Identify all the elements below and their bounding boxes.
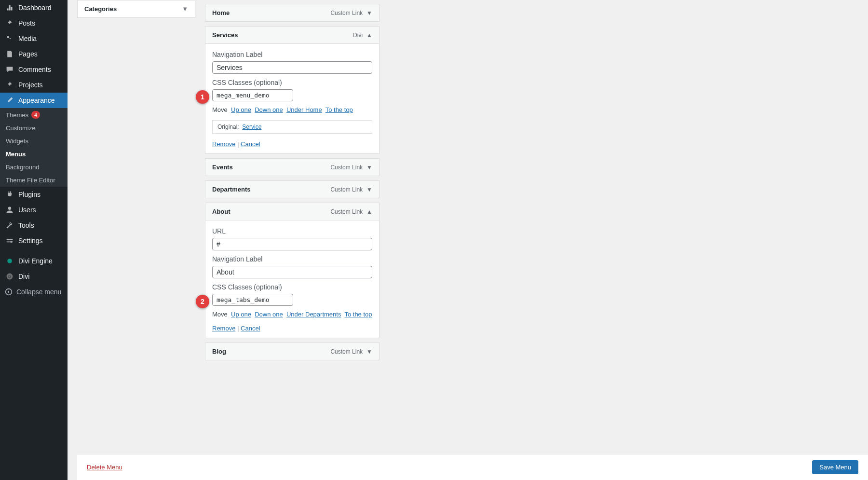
sidebar-sub-background[interactable]: Background (0, 161, 68, 174)
move-up-one-link[interactable]: Up one (231, 311, 251, 318)
css-classes-input[interactable] (212, 89, 293, 101)
sidebar-label: Divi (18, 273, 29, 280)
themes-badge: 4 (31, 111, 40, 119)
sidebar-item-plugins[interactable]: Plugins (0, 187, 68, 202)
original-link[interactable]: Service (242, 123, 261, 130)
cancel-link[interactable]: Cancel (241, 325, 260, 332)
sidebar-item-appearance[interactable]: Appearance (0, 93, 68, 108)
cancel-link[interactable]: Cancel (241, 140, 260, 148)
menu-item-header[interactable]: Home Custom Link ▼ (205, 4, 379, 21)
menu-item-title: Home (212, 9, 230, 16)
sidebar-item-media[interactable]: Media (0, 31, 68, 46)
url-input[interactable] (212, 238, 372, 250)
sidebar-label: Plugins (18, 191, 41, 198)
sidebar-item-settings[interactable]: Settings (0, 233, 68, 248)
categories-panel-title: Categories (84, 5, 117, 13)
nav-label-label: Navigation Label (212, 51, 372, 58)
content-area: Categories ▼ Home Custom Link ▼ (68, 0, 868, 480)
css-classes-input[interactable] (212, 294, 293, 306)
sidebar-item-posts[interactable]: Posts (0, 15, 68, 31)
menu-item-type: Divi ▲ (353, 32, 372, 39)
delete-menu-link[interactable]: Delete Menu (87, 464, 122, 471)
chevron-down-icon[interactable]: ▼ (182, 5, 188, 13)
menu-item-blog: Blog Custom Link ▼ (205, 343, 380, 360)
sidebar-label: Projects (18, 81, 43, 89)
wrench-icon (5, 221, 14, 229)
move-row: Move Up one Down one Under Departments T… (212, 311, 372, 318)
collapse-label: Collapse menu (16, 288, 61, 296)
categories-panel-header[interactable]: Categories ▼ (78, 0, 195, 17)
sidebar-item-pages[interactable]: Pages (0, 46, 68, 62)
annotation-1: 1 (196, 90, 209, 104)
sidebar-label: Comments (18, 66, 51, 73)
sidebar-item-users[interactable]: Users (0, 202, 68, 218)
menu-item-header[interactable]: Blog Custom Link ▼ (205, 343, 379, 360)
remove-link[interactable]: Remove (212, 140, 235, 148)
sidebar-label: Pages (18, 50, 38, 58)
sidebar-sub-widgets[interactable]: Widgets (0, 135, 68, 148)
chevron-down-icon[interactable]: ▼ (366, 186, 372, 193)
svg-point-3 (11, 241, 12, 243)
sidebar-item-projects[interactable]: Projects (0, 77, 68, 93)
chevron-up-icon[interactable]: ▲ (366, 208, 372, 215)
menu-item-services: Services Divi ▲ Navigation Label CSS Cla… (205, 26, 380, 154)
sidebar-item-divi-engine[interactable]: Divi Engine (0, 253, 68, 269)
svg-point-0 (7, 36, 9, 38)
remove-link[interactable]: Remove (212, 325, 235, 332)
chevron-down-icon[interactable]: ▼ (366, 10, 372, 16)
move-down-one-link[interactable]: Down one (255, 106, 283, 113)
chevron-down-icon[interactable]: ▼ (366, 164, 372, 171)
menu-item-title: About (212, 208, 231, 215)
svg-point-4 (7, 259, 12, 263)
sidebar-item-divi[interactable]: D Divi (0, 269, 68, 284)
sidebar-item-tools[interactable]: Tools (0, 218, 68, 233)
nav-label-input[interactable] (212, 266, 372, 278)
footer-bar: Delete Menu Save Menu (77, 454, 868, 480)
sidebar-sub-customize[interactable]: Customize (0, 122, 68, 135)
menu-item-body: URL Navigation Label CSS Classes (option… (205, 220, 379, 338)
menu-item-title: Services (212, 31, 238, 39)
sidebar-item-comments[interactable]: Comments (0, 62, 68, 77)
sidebar-appearance-submenu: Themes 4 Customize Widgets Menus Backgro… (0, 108, 68, 187)
svg-text:D: D (8, 274, 11, 279)
menu-item-header[interactable]: Events Custom Link ▼ (205, 159, 379, 176)
move-to-top-link[interactable]: To the top (344, 311, 372, 318)
move-under-link[interactable]: Under Departments (286, 311, 341, 318)
menu-item-type: Custom Link ▼ (330, 10, 372, 16)
collapse-icon (5, 288, 13, 296)
sidebar-sub-themes[interactable]: Themes 4 (0, 108, 68, 122)
menu-item-type: Custom Link ▼ (330, 348, 372, 355)
media-icon (5, 35, 14, 42)
original-box: Original: Service (212, 120, 372, 134)
categories-panel: Categories ▼ (77, 0, 195, 18)
sidebar-sub-label: Themes (6, 111, 28, 119)
comment-icon (5, 66, 14, 73)
menu-item-title: Departments (212, 186, 250, 193)
menu-item-header[interactable]: Departments Custom Link ▼ (205, 181, 379, 198)
sidebar-label: Divi Engine (18, 257, 53, 265)
move-down-one-link[interactable]: Down one (255, 311, 283, 318)
chevron-down-icon[interactable]: ▼ (366, 348, 372, 355)
sidebar-sub-menus[interactable]: Menus (0, 148, 68, 161)
pin-icon (5, 81, 14, 89)
menu-item-events: Events Custom Link ▼ (205, 158, 380, 176)
move-under-link[interactable]: Under Home (286, 106, 322, 113)
collapse-menu-button[interactable]: Collapse menu (0, 284, 68, 300)
user-icon (5, 206, 14, 214)
save-menu-button[interactable]: Save Menu (812, 460, 858, 474)
move-to-top-link[interactable]: To the top (326, 106, 353, 113)
menu-item-home: Home Custom Link ▼ (205, 4, 380, 22)
nav-label-input[interactable] (212, 61, 372, 74)
sidebar-item-dashboard[interactable]: Dashboard (0, 0, 68, 15)
brush-icon (5, 96, 14, 104)
sidebar-label: Tools (18, 221, 34, 229)
move-up-one-link[interactable]: Up one (231, 106, 251, 113)
menu-item-type: Custom Link ▼ (330, 164, 372, 171)
menu-item-header[interactable]: Services Divi ▲ (205, 27, 379, 43)
sidebar-sub-theme-file-editor[interactable]: Theme File Editor (0, 174, 68, 187)
menu-item-header[interactable]: About Custom Link ▲ (205, 203, 379, 220)
sidebar-label: Users (18, 206, 36, 214)
sidebar-label: Posts (18, 19, 35, 27)
chevron-up-icon[interactable]: ▲ (366, 32, 372, 39)
menu-item-body: Navigation Label CSS Classes (optional) … (205, 43, 379, 153)
